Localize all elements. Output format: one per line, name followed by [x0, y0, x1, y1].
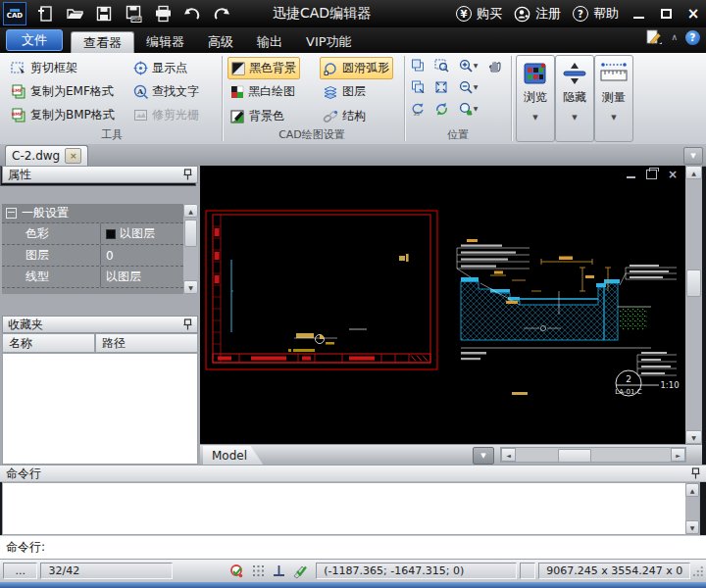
- zoom-window-icon: [434, 59, 449, 73]
- bw-drawing-button[interactable]: 黑白绘图: [227, 81, 298, 102]
- layers-button[interactable]: 图层: [320, 81, 369, 102]
- zoom-in-button[interactable]: ▼: [455, 57, 481, 74]
- resize-grip[interactable]: [692, 565, 704, 577]
- left-dock: 属性 默认值 ▼ 一般设置 色彩 以图层 图层 0 线型 以图层 ▲: [0, 166, 200, 465]
- scroll-thumb[interactable]: [686, 270, 701, 297]
- scroll-thumb[interactable]: [558, 449, 591, 463]
- scroll-thumb[interactable]: [184, 220, 197, 247]
- pan-button[interactable]: [484, 57, 504, 74]
- command-input[interactable]: 命令行:: [0, 535, 706, 559]
- redo-button[interactable]: [207, 2, 236, 25]
- annotate-icon[interactable]: [645, 29, 663, 45]
- tab-advanced[interactable]: 高级: [196, 31, 245, 53]
- scroll-up-icon[interactable]: ▲: [183, 204, 198, 218]
- collapse-ribbon-button[interactable]: ∧: [671, 32, 678, 42]
- trim-raster-button[interactable]: 修剪光栅: [130, 105, 202, 125]
- column-name[interactable]: 名称: [2, 333, 95, 353]
- browse-button[interactable]: 浏览 ▼: [516, 55, 555, 142]
- tab-close-icon[interactable]: ×: [65, 148, 81, 164]
- command-history[interactable]: ▲ ▼: [2, 482, 700, 535]
- smooth-arc-toggle[interactable]: 圆滑弧形: [320, 57, 393, 79]
- background-color-button[interactable]: 背景色: [227, 106, 287, 126]
- ribbon-help-icon[interactable]: ?: [685, 30, 700, 45]
- help-button[interactable]: ? 帮助: [568, 5, 624, 23]
- rotate-35-button[interactable]: 35°: [408, 100, 428, 117]
- print-button[interactable]: [148, 2, 177, 25]
- grid-icon[interactable]: [251, 564, 266, 578]
- new-file-button[interactable]: [30, 2, 60, 25]
- mdi-restore-icon[interactable]: [646, 170, 657, 179]
- scroll-down-icon[interactable]: ▼: [183, 280, 198, 294]
- menu-file-button[interactable]: 文件: [6, 29, 63, 51]
- scroll-left-icon[interactable]: ◄: [501, 448, 516, 462]
- black-background-toggle[interactable]: 黑色背景: [227, 57, 300, 79]
- tab-vip[interactable]: VIP功能: [294, 31, 364, 53]
- scroll-down-icon[interactable]: ▼: [685, 430, 702, 444]
- layout-list-dropdown[interactable]: ▼: [473, 447, 494, 465]
- tab-viewer[interactable]: 查看器: [71, 31, 134, 54]
- status-more[interactable]: ...: [3, 563, 37, 579]
- canvas-vertical-scrollbar[interactable]: ▲ ▼: [685, 166, 702, 444]
- copy-view-button[interactable]: [408, 57, 428, 74]
- group-label-cad-settings: CAD绘图设置: [224, 127, 400, 142]
- fit-view-button[interactable]: [431, 78, 451, 95]
- register-button[interactable]: 注册: [509, 5, 566, 23]
- fit-view-icon: [434, 80, 448, 94]
- zoom-out-button[interactable]: ▼: [455, 78, 481, 95]
- minimize-button[interactable]: [626, 3, 651, 24]
- command-scrollbar[interactable]: ▲ ▼: [685, 483, 699, 534]
- draft-check-icon[interactable]: [292, 564, 308, 579]
- model-tab[interactable]: Model: [203, 446, 264, 466]
- tab-editor[interactable]: 编辑器: [134, 31, 196, 53]
- refresh-view-button[interactable]: [431, 100, 451, 117]
- save-button[interactable]: [89, 2, 119, 25]
- property-row-color[interactable]: 色彩 以图层: [2, 223, 183, 245]
- copy-bmp-button[interactable]: BMP 复制为BMP格式: [8, 105, 118, 125]
- scroll-right-icon[interactable]: ►: [671, 448, 685, 462]
- redo-icon: [212, 5, 231, 23]
- mdi-minimize-icon[interactable]: [627, 176, 635, 178]
- structure-icon: [323, 110, 338, 123]
- show-points-button[interactable]: 显示点: [130, 58, 190, 78]
- scroll-down-icon[interactable]: ▼: [685, 520, 699, 534]
- pin-icon[interactable]: [183, 318, 192, 330]
- property-scrollbar[interactable]: ▲ ▼: [183, 204, 198, 294]
- tab-output[interactable]: 输出: [245, 31, 294, 53]
- zoom-window-button[interactable]: [431, 57, 451, 74]
- find-text-button[interactable]: A 查找文字: [130, 81, 202, 102]
- drawing-canvas[interactable]: 2 LA-01-C 1:10 ×: [200, 166, 685, 444]
- canvas-horizontal-scrollbar[interactable]: ◄ ►: [500, 447, 686, 463]
- column-path[interactable]: 路径: [95, 333, 198, 353]
- minimize-icon: [633, 17, 644, 19]
- zoom-selected-button[interactable]: ▼: [455, 100, 481, 117]
- measure-icon: [599, 61, 629, 86]
- property-row-linetype[interactable]: 线型 以图层: [2, 267, 183, 288]
- collapse-icon[interactable]: [6, 208, 17, 219]
- property-section[interactable]: 一般设置: [2, 204, 183, 223]
- mdi-close-icon[interactable]: ×: [668, 170, 678, 179]
- structure-button[interactable]: 结构: [320, 106, 369, 126]
- undo-button[interactable]: [177, 2, 207, 25]
- document-tab[interactable]: C-2.dwg ×: [5, 145, 88, 166]
- tab-list-dropdown[interactable]: ▼: [683, 147, 703, 165]
- scroll-up-icon[interactable]: ▲: [685, 483, 699, 497]
- measure-button[interactable]: 测量 ▼: [594, 55, 633, 142]
- buy-button[interactable]: ¥ 购买: [451, 5, 507, 23]
- property-row-layer[interactable]: 图层 0: [2, 245, 183, 267]
- maximize-button[interactable]: [653, 3, 679, 24]
- bw-drawing-icon: [230, 85, 244, 99]
- save-as-pdf-button[interactable]: PDF: [119, 2, 148, 25]
- save-icon: [95, 5, 113, 23]
- open-file-button[interactable]: [60, 2, 89, 25]
- favorites-list[interactable]: [2, 353, 198, 465]
- copy-emf-button[interactable]: EMF 复制为EMF格式: [8, 81, 117, 102]
- copy-view2-button[interactable]: [408, 78, 428, 95]
- pin-icon[interactable]: [183, 169, 192, 180]
- hide-button[interactable]: 隐藏 ▼: [555, 55, 594, 142]
- close-button[interactable]: ×: [681, 3, 706, 24]
- ortho-icon[interactable]: [272, 564, 286, 578]
- cut-frame-button[interactable]: 剪切框架: [8, 58, 80, 78]
- pin-icon[interactable]: [691, 467, 700, 479]
- object-snap-icon[interactable]: [229, 564, 245, 579]
- scroll-up-icon[interactable]: ▲: [685, 166, 702, 179]
